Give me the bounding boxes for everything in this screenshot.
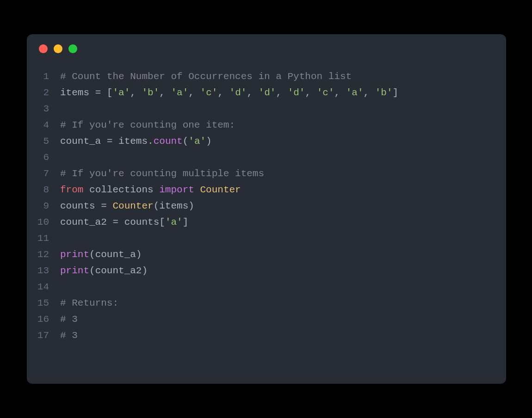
line-content: # Returns: <box>60 295 118 311</box>
code-line: 1# Count the Number of Occurrences in a … <box>27 68 506 85</box>
line-number: 11 <box>27 230 60 246</box>
line-number: 5 <box>27 133 60 149</box>
code-window: 1# Count the Number of Occurrences in a … <box>27 34 506 384</box>
line-number: 1 <box>27 68 60 85</box>
line-number: 17 <box>27 327 60 344</box>
line-content: print(count_a2) <box>60 263 148 279</box>
line-number: 7 <box>27 166 60 182</box>
window-titlebar <box>27 34 506 63</box>
code-line: 10count_a2 = counts['a'] <box>27 214 506 230</box>
line-content: count_a2 = counts['a'] <box>60 214 188 230</box>
minimize-icon[interactable] <box>54 44 62 53</box>
code-line: 5count_a = items.count('a') <box>27 133 506 149</box>
code-line: 14 <box>27 279 506 295</box>
line-content: # If you're counting one item: <box>60 117 235 133</box>
line-content: items = ['a', 'b', 'a', 'c', 'd', 'd', '… <box>60 85 398 101</box>
close-icon[interactable] <box>39 44 48 53</box>
code-line: 4# If you're counting one item: <box>27 117 506 133</box>
code-line: 16# 3 <box>27 311 506 327</box>
line-content: print(count_a) <box>60 246 142 263</box>
line-number: 10 <box>27 214 60 230</box>
code-line: 9counts = Counter(items) <box>27 198 506 214</box>
line-number: 12 <box>27 246 60 263</box>
line-number: 13 <box>27 263 60 279</box>
code-line: 17# 3 <box>27 327 506 344</box>
line-number: 3 <box>27 101 60 117</box>
code-line: 12print(count_a) <box>27 246 506 263</box>
code-line: 3 <box>27 101 506 117</box>
code-line: 6 <box>27 149 506 166</box>
line-number: 6 <box>27 149 60 166</box>
code-line: 13print(count_a2) <box>27 263 506 279</box>
line-content: # If you're counting multiple items <box>60 166 264 182</box>
line-number: 16 <box>27 311 60 327</box>
line-number: 9 <box>27 198 60 214</box>
line-number: 4 <box>27 117 60 133</box>
line-content: counts = Counter(items) <box>60 198 194 214</box>
line-number: 2 <box>27 85 60 101</box>
zoom-icon[interactable] <box>68 44 77 53</box>
code-line: 15# Returns: <box>27 295 506 311</box>
code-line: 2items = ['a', 'b', 'a', 'c', 'd', 'd', … <box>27 85 506 101</box>
line-number: 15 <box>27 295 60 311</box>
code-line: 7# If you're counting multiple items <box>27 166 506 182</box>
line-content: # 3 <box>60 327 78 344</box>
code-line: 11 <box>27 230 506 246</box>
line-content: # 3 <box>60 311 78 327</box>
line-number: 8 <box>27 182 60 198</box>
line-content: count_a = items.count('a') <box>60 133 212 149</box>
line-content: from collections import Counter <box>60 182 241 198</box>
line-content: # Count the Number of Occurrences in a P… <box>60 68 352 85</box>
code-line: 8from collections import Counter <box>27 182 506 198</box>
code-editor[interactable]: 1# Count the Number of Occurrences in a … <box>27 63 506 344</box>
line-number: 14 <box>27 279 60 295</box>
